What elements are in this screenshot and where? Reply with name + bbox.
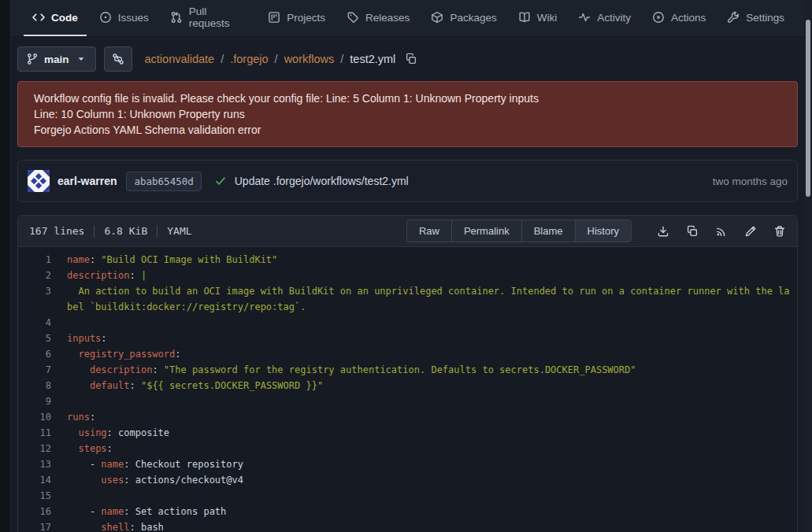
commit-message[interactable]: Update .forgejo/workflows/test2.yml bbox=[235, 175, 409, 187]
tab-projects[interactable]: Projects bbox=[259, 0, 334, 36]
git-branch-icon bbox=[26, 53, 39, 65]
code-text: uses: actions/checkout@v4 bbox=[62, 472, 797, 488]
line-number[interactable]: 13 bbox=[18, 456, 62, 472]
issues-icon bbox=[99, 11, 112, 24]
scrollbar-track[interactable] bbox=[804, 0, 812, 532]
commit-author[interactable]: earl-warren bbox=[57, 175, 117, 187]
code-text: using: composite bbox=[62, 425, 797, 441]
error-line: Workflow config file is invalid. Please … bbox=[34, 91, 781, 106]
tab-label: Settings bbox=[746, 12, 784, 24]
actions-icon bbox=[652, 11, 665, 24]
blame-button[interactable]: Blame bbox=[521, 220, 576, 242]
breadcrumb-current-file: test2.yml bbox=[350, 53, 395, 65]
branch-selector[interactable]: main bbox=[17, 46, 96, 72]
raw-button[interactable]: Raw bbox=[406, 220, 452, 242]
code-text bbox=[62, 488, 797, 504]
packages-icon bbox=[431, 11, 443, 24]
tab-code[interactable]: Code bbox=[24, 0, 87, 36]
file-action-icons bbox=[657, 225, 786, 238]
delete-icon[interactable] bbox=[773, 225, 786, 238]
history-button[interactable]: History bbox=[575, 220, 632, 242]
commit-status-check-icon[interactable] bbox=[214, 175, 227, 187]
scrollbar-thumb[interactable] bbox=[806, 20, 810, 197]
tab-actions[interactable]: Actions bbox=[643, 0, 714, 36]
commit-time: two months ago bbox=[713, 175, 788, 187]
rss-icon[interactable] bbox=[715, 225, 728, 238]
code-line: 2description: | bbox=[18, 268, 797, 283]
breadcrumb: actionvalidate/.forgejo/workflows/test2.… bbox=[145, 53, 396, 65]
code-text bbox=[62, 315, 797, 331]
breadcrumb-link[interactable]: actionvalidate bbox=[145, 53, 215, 65]
window-left-edge bbox=[0, 0, 11, 532]
settings-icon bbox=[727, 11, 740, 24]
code-line: 5inputs: bbox=[18, 331, 797, 346]
code-text: description: "The password for the regis… bbox=[62, 362, 797, 378]
line-number[interactable]: 12 bbox=[18, 441, 62, 456]
tab-activity[interactable]: Activity bbox=[569, 0, 640, 36]
edit-icon[interactable] bbox=[744, 225, 757, 238]
code-line: 14 uses: actions/checkout@v4 bbox=[18, 472, 797, 488]
compare-button[interactable] bbox=[104, 46, 132, 72]
file-view-buttons: RawPermalinkBlameHistory bbox=[406, 220, 632, 242]
code-text: registry_password: bbox=[62, 346, 797, 362]
code-line: 15 bbox=[18, 488, 797, 504]
avatar[interactable] bbox=[28, 170, 50, 192]
repo-tabs-bar: CodeIssuesPull requestsProjectsReleasesP… bbox=[11, 0, 804, 37]
tab-settings[interactable]: Settings bbox=[718, 0, 793, 36]
breadcrumb-link[interactable]: workflows bbox=[284, 53, 335, 65]
code-text: default: "${{ secrets.DOCKER_PASSWORD }}… bbox=[62, 378, 797, 393]
code-line: 9 bbox=[18, 393, 797, 409]
line-number[interactable]: 7 bbox=[18, 362, 62, 378]
breadcrumb-separator: / bbox=[340, 53, 343, 65]
line-number[interactable]: 14 bbox=[18, 472, 62, 488]
code-line: 8 default: "${{ secrets.DOCKER_PASSWORD … bbox=[18, 378, 797, 393]
line-number[interactable]: 16 bbox=[18, 504, 62, 519]
tab-releases[interactable]: Releases bbox=[338, 0, 418, 36]
code-text: runs: bbox=[62, 409, 797, 425]
code-text bbox=[62, 393, 797, 409]
tab-packages[interactable]: Packages bbox=[422, 0, 505, 36]
line-number[interactable]: 10 bbox=[18, 409, 62, 425]
line-number[interactable]: 17 bbox=[18, 519, 62, 532]
repo-tabs: CodeIssuesPull requestsProjectsReleasesP… bbox=[24, 0, 795, 36]
copy-path-icon[interactable] bbox=[405, 53, 417, 65]
tab-label: Packages bbox=[450, 12, 496, 24]
tab-issues[interactable]: Issues bbox=[91, 0, 158, 36]
code-text: shell: bash bbox=[62, 519, 797, 532]
line-number[interactable]: 6 bbox=[18, 346, 62, 362]
tab-label: Issues bbox=[118, 12, 149, 24]
git-compare-icon bbox=[112, 53, 124, 65]
download-icon[interactable] bbox=[657, 225, 669, 238]
code-line: 16 - name: Set actions path bbox=[18, 504, 797, 519]
error-line: Line: 10 Column 1: Unknown Property runs bbox=[34, 106, 781, 122]
line-number[interactable]: 1 bbox=[18, 252, 62, 268]
releases-icon bbox=[347, 11, 359, 24]
projects-icon bbox=[268, 11, 280, 24]
commit-hash[interactable]: abab65450d bbox=[126, 172, 201, 191]
line-number[interactable]: 9 bbox=[18, 393, 62, 409]
tab-pull-requests[interactable]: Pull requests bbox=[161, 0, 256, 36]
code-text: inputs: bbox=[62, 331, 797, 346]
wiki-icon bbox=[518, 11, 531, 24]
code-view: 1name: "Build OCI Image with BuildKit"2d… bbox=[18, 247, 797, 532]
line-number[interactable]: 11 bbox=[18, 425, 62, 441]
file-view-box: 167 lines6.8 KiBYAML RawPermalinkBlameHi… bbox=[17, 215, 798, 532]
line-number[interactable]: 15 bbox=[18, 488, 62, 504]
file-meta: 167 lines6.8 KiBYAML bbox=[29, 225, 192, 238]
breadcrumb-link[interactable]: .forgejo bbox=[230, 53, 268, 65]
permalink-button[interactable]: Permalink bbox=[451, 220, 522, 242]
line-number[interactable]: 3 bbox=[18, 283, 62, 315]
line-number[interactable]: 8 bbox=[18, 378, 62, 393]
line-number[interactable]: 5 bbox=[18, 331, 62, 346]
file-meta-item: 167 lines bbox=[29, 225, 84, 237]
copy-icon[interactable] bbox=[686, 225, 699, 238]
breadcrumb-separator: / bbox=[221, 53, 224, 65]
line-number[interactable]: 2 bbox=[18, 268, 62, 283]
tab-wiki[interactable]: Wiki bbox=[510, 0, 566, 36]
code-text: name: "Build OCI Image with BuildKit" bbox=[62, 252, 797, 268]
line-number[interactable]: 4 bbox=[18, 315, 62, 331]
code-line: 13 - name: Checkout repository bbox=[18, 456, 797, 472]
code-text: description: | bbox=[62, 268, 797, 283]
tab-label: Actions bbox=[671, 12, 706, 24]
activity-icon bbox=[578, 11, 591, 24]
